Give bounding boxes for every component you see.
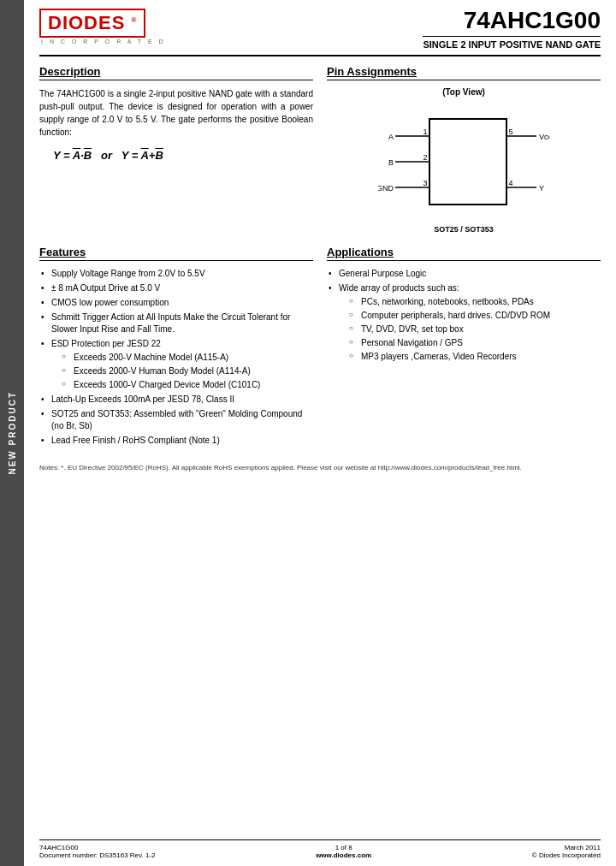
svg-text:2: 2: [423, 153, 427, 162]
list-item: MP3 players ,Cameras, Video Recorders: [349, 351, 601, 363]
svg-text:B: B: [388, 158, 394, 167]
applications-header: Applications: [327, 246, 601, 261]
footer-page: 1 of 8: [316, 844, 371, 851]
footer-date: March 2011: [532, 844, 601, 851]
part-number: 74AHC1G00: [423, 9, 601, 33]
footer-website: www.diodes.com: [316, 851, 371, 859]
list-item: Computer peripherals, hard drives. CD/DV…: [349, 310, 601, 322]
description-text: The 74AHC1G00 is a single 2-input positi…: [39, 87, 313, 139]
features-header: Features: [39, 246, 313, 261]
footer-copyright: © Diodes Incorporated: [532, 851, 601, 859]
sub-list: Exceeds 200-V Machine Model (A115-A) Exc…: [51, 352, 313, 391]
svg-text:1: 1: [423, 128, 427, 136]
bottom-two-col: Features Supply Voltage Range from 2.0V …: [39, 246, 601, 449]
svg-text:Vcc: Vcc: [539, 133, 549, 141]
svg-text:5: 5: [508, 128, 512, 136]
footer-doc-number: Document number: DS35163 Rev. 1-2: [39, 851, 155, 859]
sub-list: PCs, networking, notebooks, netbooks, PD…: [339, 296, 601, 363]
svg-rect-0: [429, 119, 506, 205]
applications-list: General Purpose Logic Wide array of prod…: [327, 268, 601, 363]
pin-assignments-title: Pin Assignments: [327, 65, 417, 78]
header-right: 74AHC1G00 SINGLE 2 INPUT POSITIVE NAND G…: [423, 9, 601, 50]
main-content: DIODES ® I N C O R P O R A T E D 74AHC1G…: [24, 0, 616, 866]
list-item: Exceeds 1000-V Charged Device Model (C10…: [62, 379, 313, 391]
list-item: Supply Voltage Range from 2.0V to 5.5V: [39, 268, 313, 280]
list-item: Personal Navigation / GPS: [349, 337, 601, 349]
notes-section: Notes: *. EU Directive 2002/95/EC (RoHS)…: [39, 463, 601, 472]
features-title: Features: [39, 246, 86, 258]
notes-text: Notes: *. EU Directive 2002/95/EC (RoHS)…: [39, 464, 522, 472]
sot-label: SOT25 / SOT353: [434, 225, 494, 234]
list-item: Exceeds 2000-V Human Body Model (A114-A): [62, 365, 313, 377]
top-view-label: (Top View): [442, 87, 485, 97]
features-col: Features Supply Voltage Range from 2.0V …: [39, 246, 313, 449]
applications-title: Applications: [327, 246, 394, 258]
features-list: Supply Voltage Range from 2.0V to 5.5V ±…: [39, 268, 313, 447]
pin-diagram-container: (Top View) 1 A 2 B 3 GND: [327, 87, 601, 234]
pin-diagram-svg: 1 A 2 B 3 GND 5 Vcc 4: [378, 102, 549, 222]
list-item: Latch-Up Exceeds 100mA per JESD 78, Clas…: [39, 394, 313, 406]
footer-right: March 2011 © Diodes Incorporated: [532, 844, 601, 859]
footer: 74AHC1G00 Document number: DS35163 Rev. …: [39, 839, 601, 859]
part-subtitle: SINGLE 2 INPUT POSITIVE NAND GATE: [423, 36, 601, 50]
sidebar-label: NEW PRODUCT: [8, 391, 17, 475]
logo-diodes: DIODES ®: [39, 9, 145, 38]
description-col: Description The 74AHC1G00 is a single 2-…: [39, 65, 313, 234]
list-item: ± 8 mA Output Drive at 5.0 V: [39, 282, 313, 294]
pin-assignments-header: Pin Assignments: [327, 65, 601, 80]
list-item: Schmitt Trigger Action at All Inputs Mak…: [39, 311, 313, 335]
pin-assignments-col: Pin Assignments (Top View) 1 A 2 B: [327, 65, 601, 234]
footer-left: 74AHC1G00 Document number: DS35163 Rev. …: [39, 844, 155, 859]
applications-col: Applications General Purpose Logic Wide …: [327, 246, 601, 449]
svg-text:3: 3: [423, 179, 427, 187]
top-two-col: Description The 74AHC1G00 is a single 2-…: [39, 65, 601, 234]
list-item: CMOS low power consumption: [39, 297, 313, 309]
list-item: Lead Free Finish / RoHS Compliant (Note …: [39, 435, 313, 447]
footer-part: 74AHC1G00: [39, 844, 155, 851]
formula: Y = A·B or Y = A+B: [53, 149, 313, 162]
list-item: Exceeds 200-V Machine Model (A115-A): [62, 352, 313, 364]
list-item: PCs, networking, notebooks, netbooks, PD…: [349, 296, 601, 308]
list-item: SOT25 and SOT353: Assembled with "Green"…: [39, 408, 313, 432]
description-title: Description: [39, 65, 101, 78]
logo-incorporated: I N C O R P O R A T E D: [41, 39, 166, 44]
list-item: General Purpose Logic: [327, 268, 601, 280]
sidebar: NEW PRODUCT: [0, 0, 24, 866]
description-header: Description: [39, 65, 313, 80]
svg-text:Y: Y: [539, 184, 544, 193]
list-item: ESD Protection per JESD 22 Exceeds 200-V…: [39, 338, 313, 391]
svg-text:4: 4: [508, 179, 512, 187]
svg-text:A: A: [388, 133, 394, 141]
list-item: Wide array of products such as: PCs, net…: [327, 282, 601, 363]
header: DIODES ® I N C O R P O R A T E D 74AHC1G…: [39, 9, 601, 56]
footer-center: 1 of 8 www.diodes.com: [316, 844, 371, 859]
logo-area: DIODES ® I N C O R P O R A T E D: [39, 9, 166, 44]
svg-text:GND: GND: [378, 184, 394, 193]
list-item: TV, DVD, DVR, set top box: [349, 323, 601, 335]
